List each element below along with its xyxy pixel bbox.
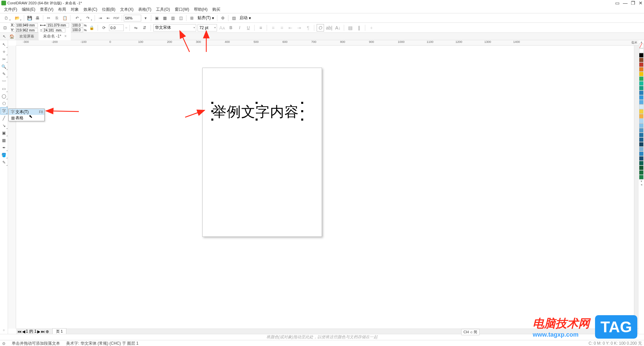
polygon-tool[interactable]: ⬠ xyxy=(0,100,8,107)
snap-dropdown[interactable]: 贴齐(T) ▾ xyxy=(196,15,215,21)
color-swatch[interactable] xyxy=(639,109,644,114)
x-input[interactable] xyxy=(15,23,38,27)
menu-text[interactable]: 文本(X) xyxy=(118,6,136,13)
paste-button[interactable]: 📋 xyxy=(61,14,68,22)
zoom-dropdown-icon[interactable]: ▾ xyxy=(142,14,149,22)
indent-dec-icon[interactable]: ⇤ xyxy=(287,24,294,31)
flyout-table-item[interactable]: ▦ 表格 xyxy=(9,115,44,121)
color-swatch[interactable] xyxy=(639,137,644,142)
menu-tools[interactable]: 工具(O) xyxy=(154,6,172,13)
page-next-icon[interactable]: ▶ xyxy=(37,329,40,334)
mirror-h-icon[interactable]: ⇋ xyxy=(132,24,140,31)
split-button[interactable]: ◫ xyxy=(177,14,184,22)
ime-language-badge[interactable]: CH ♫ 简 xyxy=(461,329,480,335)
color-swatch[interactable] xyxy=(639,128,644,133)
zoom-tool[interactable]: 🔍 xyxy=(0,63,8,70)
color-swatch[interactable] xyxy=(639,133,644,137)
menu-effects[interactable]: 效果(C) xyxy=(82,6,99,13)
color-swatch[interactable] xyxy=(639,123,644,128)
handle-bl[interactable] xyxy=(211,119,213,121)
tab-welcome[interactable]: 欢迎屏幕 xyxy=(15,33,38,40)
color-swatch[interactable] xyxy=(639,90,644,95)
color-swatch[interactable] xyxy=(639,53,644,58)
toolbox-add-icon[interactable]: + xyxy=(0,327,8,334)
color-swatch[interactable] xyxy=(639,147,644,151)
handle-mr[interactable] xyxy=(301,110,303,112)
freehand-tool[interactable]: ✎ xyxy=(0,70,8,78)
page-first-icon[interactable]: ⏮ xyxy=(17,329,21,334)
transparency-tool[interactable]: ▦ xyxy=(0,137,8,144)
color-swatch[interactable] xyxy=(639,170,644,175)
color-swatch[interactable] xyxy=(639,175,644,180)
print-button[interactable]: 🖶 xyxy=(34,14,41,22)
font-size-select[interactable]: 72 pt xyxy=(198,24,217,31)
tab-document[interactable]: 未命名 -1* × xyxy=(39,32,71,40)
columns-button[interactable]: ▥ xyxy=(169,14,176,22)
ellipse-tool[interactable]: ◯ xyxy=(0,92,8,100)
rectangle-tool[interactable]: ▭ xyxy=(0,85,8,92)
menu-buy[interactable]: 购买 xyxy=(210,6,222,13)
tab-close-icon[interactable]: × xyxy=(64,34,67,39)
pdf-button[interactable]: PDF xyxy=(113,14,120,22)
indent-inc-icon[interactable]: ⇥ xyxy=(296,24,303,31)
palette-expand-icon[interactable]: ◂ xyxy=(639,183,644,186)
color-swatch[interactable] xyxy=(639,165,644,170)
palette-down-icon[interactable]: ▾ xyxy=(639,180,644,183)
flyout-text-item[interactable]: 字 文本(T) F8 xyxy=(9,109,44,115)
handle-tl[interactable] xyxy=(211,102,213,104)
zoom-input[interactable] xyxy=(124,15,141,21)
color-swatch[interactable] xyxy=(639,95,644,100)
object-origin-icon[interactable]: ⊡ xyxy=(1,24,9,31)
new-doc-button[interactable]: 🗋 xyxy=(1,14,11,22)
color-swatch[interactable] xyxy=(639,142,644,147)
export-button[interactable]: ⇤ xyxy=(105,14,112,22)
outline-tool[interactable]: ✎ xyxy=(0,159,8,166)
color-swatch[interactable] xyxy=(639,105,644,109)
page-last-icon[interactable]: ⏭ xyxy=(41,329,45,334)
close-icon[interactable]: ✕ xyxy=(639,0,643,6)
edit-text-icon[interactable]: ab| xyxy=(325,24,333,31)
swatch-none[interactable]: ╱ xyxy=(639,44,644,48)
sy-input[interactable] xyxy=(71,28,83,32)
menu-object[interactable]: 对象 xyxy=(69,6,81,13)
columns-text-icon[interactable]: ∥ xyxy=(355,24,363,31)
font-family-select[interactable]: 华文宋体 xyxy=(153,24,196,31)
color-swatch[interactable] xyxy=(639,62,644,67)
color-swatch[interactable] xyxy=(639,58,644,62)
minimize-icon[interactable]: — xyxy=(623,0,628,6)
opentype-icon[interactable]: O xyxy=(317,24,324,31)
artistic-media-tool[interactable]: 〰 xyxy=(0,78,8,85)
add-button-icon[interactable]: + xyxy=(368,24,375,31)
color-swatch[interactable] xyxy=(639,48,644,53)
home-tab-icon[interactable]: 🏠 xyxy=(8,34,15,39)
italic-button[interactable]: I xyxy=(236,24,243,31)
lock-ratio-icon[interactable]: 🔒 xyxy=(88,24,95,31)
status-gear-icon[interactable]: ⚙ xyxy=(2,341,6,346)
launch-app-icon[interactable]: ▤ xyxy=(230,14,237,22)
menu-bitmap[interactable]: 位图(B) xyxy=(100,6,117,13)
scrollbar-vertical[interactable] xyxy=(634,46,639,329)
color-swatch[interactable] xyxy=(639,151,644,156)
redo-button[interactable]: ↷ xyxy=(83,14,93,22)
fullscreen-button[interactable]: ▣ xyxy=(153,14,160,22)
parallel-dim-tool[interactable]: ╱ xyxy=(0,115,8,122)
menu-edit[interactable]: 编辑(E) xyxy=(20,6,37,13)
dropcap-icon[interactable]: ¶ xyxy=(304,24,312,31)
handle-tr[interactable] xyxy=(301,102,303,104)
underline-button[interactable]: U xyxy=(245,24,252,31)
bold-button[interactable]: B xyxy=(227,24,234,31)
text-align-button[interactable]: ≡ xyxy=(257,24,264,31)
handle-br[interactable] xyxy=(301,119,303,121)
font-case-icon[interactable]: Aᴀ xyxy=(218,24,226,31)
sx-input[interactable] xyxy=(71,23,83,27)
connector-tool[interactable]: ↘ xyxy=(0,122,8,129)
color-swatch[interactable] xyxy=(639,81,644,86)
help-small-icon[interactable]: ▭ xyxy=(615,0,620,6)
menu-table[interactable]: 表格(T) xyxy=(136,6,153,13)
list-bullet-icon[interactable]: ≡ xyxy=(269,24,277,31)
launch-dropdown[interactable]: 启动 ▾ xyxy=(238,15,252,21)
color-swatch[interactable] xyxy=(639,76,644,81)
text-direction-icon[interactable]: A↓ xyxy=(334,24,341,31)
mirror-v-icon[interactable]: ⇵ xyxy=(141,24,148,31)
ruler-horizontal[interactable]: 毫米 -300-200-1000100200300400500600700800… xyxy=(16,40,639,46)
